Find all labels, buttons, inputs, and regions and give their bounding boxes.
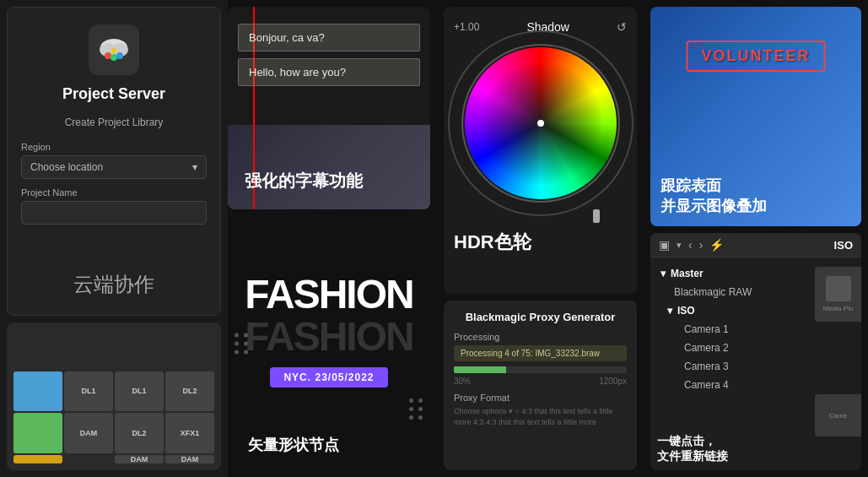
relink-label: 一键点击， 文件重新链接: [657, 433, 728, 463]
timeline-cell-dam2: DAM: [115, 455, 164, 463]
panel-subtitles: Bonjour, ca va? Hello, how are you? 强化的字…: [228, 0, 437, 477]
dot: [235, 333, 239, 337]
davinci-logo: [89, 24, 139, 75]
chevron-down-icon: ▾: [192, 161, 197, 173]
timeline-cell-dam3: DAM: [165, 455, 214, 463]
region-label: Region: [21, 142, 207, 152]
project-server-title: Project Server: [62, 85, 165, 103]
timeline-cell-dl2: DL2: [165, 371, 214, 412]
proxy-title: Blackmagic Proxy Generator: [454, 311, 627, 323]
svg-point-3: [105, 52, 111, 59]
camera4-item[interactable]: Camera 4: [650, 376, 861, 394]
tracking-panel: VOLUNTEER 跟踪表面 并显示图像叠加: [650, 7, 861, 226]
camera1-item[interactable]: Camera 1: [650, 320, 861, 339]
create-library-label: Create Project Library: [65, 117, 164, 128]
subtitle-panel: Bonjour, ca va? Hello, how are you? 强化的字…: [228, 7, 430, 209]
link-icon[interactable]: ⚡: [709, 238, 724, 252]
project-name-label: Project Name: [21, 187, 207, 198]
progress-numbers: 30% 1200px: [454, 377, 627, 386]
fashion-text-main: FASHION: [245, 274, 412, 315]
timeline-cell-dam: DAM: [64, 413, 113, 453]
timeline-grid: DL1 DL1 DL2 DAM DL2 XFX1 DAM DAM: [7, 323, 221, 470]
svg-point-6: [111, 48, 116, 53]
color-wheel-dot[interactable]: [537, 120, 544, 127]
cloud-collab-label: 云端协作: [73, 254, 154, 298]
dot: [244, 341, 248, 345]
fashion-text-group: FASHION FASHION NYC. 23/05/2022: [245, 274, 412, 388]
chevron-down-icon[interactable]: ▾: [677, 240, 682, 251]
chevron-down-icon: ▾: [660, 268, 666, 279]
progress-30: 30%: [454, 377, 471, 386]
timeline-cell: [64, 329, 113, 370]
timeline-cell-dl1b: DL1: [115, 371, 164, 412]
svg-point-4: [111, 54, 117, 61]
slider-marker: [593, 209, 600, 223]
tracking-caption-line2: 并显示图像叠加: [660, 197, 767, 216]
dot: [409, 407, 413, 411]
camera-thumb: Came: [815, 394, 861, 436]
progress-fill: [454, 366, 506, 373]
iso-title: ISO: [834, 239, 853, 252]
volunteer-badge: VOLUNTEER: [686, 41, 825, 72]
timeline-cell-xfx1: XFX1: [165, 413, 214, 453]
fashion-panel: FASHION FASHION NYC. 23/05/2022 矢量形状节点: [228, 216, 430, 470]
camera2-item[interactable]: Camera 2: [650, 339, 861, 357]
timeline-cell: [165, 329, 214, 370]
timeline-cell-dl2b: DL2: [115, 413, 164, 453]
panel-icon[interactable]: ▣: [659, 238, 670, 252]
processing-status: Processing 4 of 75: IMG_33232.braw: [454, 345, 627, 361]
iso-toolbar: ▣ ▾ ‹ › ⚡ ISO: [650, 233, 861, 257]
dot: [418, 407, 423, 411]
dot: [409, 398, 413, 403]
timeline-cell-dark: [64, 455, 113, 463]
fashion-text-shadow: FASHION: [245, 317, 412, 357]
proxy-panel: Blackmagic Proxy Generator Processing Pr…: [444, 301, 637, 470]
svg-point-5: [116, 52, 123, 59]
panel-project-server: Project Server Create Project Library Re…: [0, 0, 228, 477]
timeline-cell-dl1: DL1: [64, 371, 113, 412]
dot-grid-left: [235, 333, 249, 354]
vector-label: 矢量形状节点: [238, 426, 349, 463]
iso-panel: ▣ ▾ ‹ › ⚡ ISO ▾ Master Blackmagic RAW ▾ …: [650, 233, 861, 470]
timeline-cell-yellow: [13, 455, 62, 463]
next-icon[interactable]: ›: [699, 238, 704, 252]
tracking-caption-line1: 跟踪表面: [660, 176, 767, 196]
media-plugin-thumb: Media Plu: [815, 267, 861, 322]
dot: [244, 333, 248, 337]
hdr-panel: +1.00 Shadow ↺ HDR色轮: [444, 7, 637, 294]
hdr-value: +1.00: [454, 21, 479, 33]
progress-1200: 1200px: [599, 377, 627, 386]
subtitle-box-1: Bonjour, ca va?: [238, 24, 420, 51]
chevron-down-icon: ▾: [667, 305, 672, 317]
media-thumb-icon: [826, 276, 851, 301]
subtitle-text-1: Bonjour, ca va?: [249, 31, 325, 44]
camera3-item[interactable]: Camera 3: [650, 357, 861, 376]
reset-icon[interactable]: ↺: [617, 20, 627, 34]
dot: [244, 350, 248, 354]
processing-label: Processing: [454, 332, 627, 342]
panel-iso: VOLUNTEER 跟踪表面 并显示图像叠加 ▣ ▾ ‹ › ⚡ ISO ▾ M…: [644, 0, 868, 477]
dot-grid-right: [409, 398, 423, 420]
proxy-format-label: Proxy Format: [454, 393, 627, 403]
hdr-title: HDR色轮: [454, 230, 627, 255]
fashion-bg: FASHION FASHION NYC. 23/05/2022 矢量形状节点: [228, 216, 430, 470]
region-placeholder: Choose location: [30, 161, 103, 173]
color-wheel-container: [465, 47, 617, 199]
dot: [418, 398, 423, 403]
dot: [235, 341, 239, 345]
region-group: Region Choose location ▾: [21, 142, 207, 179]
project-server-form: Project Server Create Project Library Re…: [7, 7, 221, 316]
prev-icon[interactable]: ‹: [688, 238, 693, 252]
timeline-cell-blue: [13, 371, 62, 412]
timeline-cell-green: [13, 413, 62, 453]
region-select[interactable]: Choose location ▾: [21, 155, 207, 179]
project-name-input[interactable]: [21, 201, 207, 225]
fashion-badge: NYC. 23/05/2022: [270, 367, 387, 388]
panel-hdr: +1.00 Shadow ↺ HDR色轮 Blackmagic Proxy Ge…: [437, 0, 644, 477]
proxy-format-options: Choose options ▾ ○ 4:3 that this text te…: [454, 406, 627, 427]
project-name-group: Project Name: [21, 187, 207, 225]
timeline-cell: [115, 329, 164, 370]
dot: [409, 415, 413, 420]
subtitle-feature-label: 强化的字幕功能: [235, 160, 373, 203]
dot: [235, 350, 239, 354]
